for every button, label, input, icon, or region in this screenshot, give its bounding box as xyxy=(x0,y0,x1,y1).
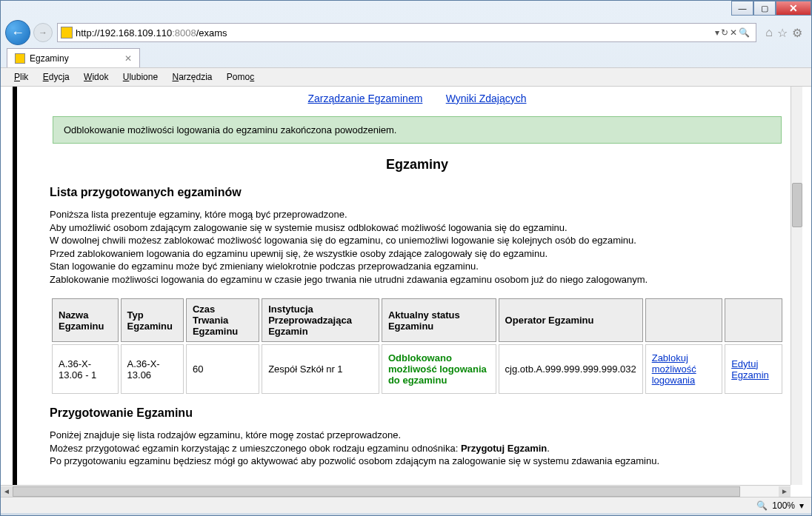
close-button[interactable]: ✕ xyxy=(776,1,811,16)
section-list-title: Lista przygotowanych egzaminów xyxy=(50,186,785,199)
menu-narzedzia[interactable]: Narzędzia xyxy=(166,70,218,84)
menu-pomoc[interactable]: Pomoc xyxy=(221,70,260,84)
menu-edycja[interactable]: Edycja xyxy=(37,70,76,84)
cell-operator: cjg.otb.A.999.999.999.999.032 xyxy=(499,344,643,394)
section-prep-title: Przygotowanie Egzaminu xyxy=(50,406,785,420)
th-institution: Instytucja Przeprowadzająca Egzamin xyxy=(262,298,379,342)
th-status: Aktualny status Egzaminu xyxy=(382,298,496,342)
browser-window: — ▢ ✕ ← → http://192.168.109.110:8008/ex… xyxy=(0,0,812,516)
exam-table: Nazwa Egzaminu Typ Egzaminu Czas Trwania… xyxy=(50,296,785,396)
hscroll-left-arrow[interactable]: ◄ xyxy=(1,486,13,497)
table-header-row: Nazwa Egzaminu Typ Egzaminu Czas Trwania… xyxy=(52,298,782,342)
home-icon[interactable]: ⌂ xyxy=(765,26,773,40)
url-controls: ▾ ↻ ✕ 🔍 xyxy=(712,27,753,38)
tab-egzaminy[interactable]: Egzaminy ✕ xyxy=(7,48,140,67)
prep-line-2c: . xyxy=(547,443,550,454)
prep-description: Poniżej znajduje się lista rodzajów egza… xyxy=(50,429,785,468)
link-block-login[interactable]: Zablokuj możliwość logowania xyxy=(652,352,696,386)
th-duration: Czas Trwania Egzaminu xyxy=(186,298,259,342)
desc-line-2: Aby umożliwić osobom zdającym zalogowani… xyxy=(50,222,568,233)
tab-title: Egzaminy xyxy=(30,53,69,64)
vertical-scrollbar[interactable] xyxy=(791,87,802,485)
status-text: Odblokowano możliwość logowania do egzam… xyxy=(388,352,487,386)
toolbar-icons: ⌂ ☆ ⚙ xyxy=(761,26,807,40)
cell-type: A.36-X-13.06 xyxy=(121,344,184,394)
list-description: Poniższa lista prezentuje egzaminy, któr… xyxy=(50,208,785,286)
hscroll-track[interactable] xyxy=(13,486,779,497)
cell-action-edit: Edytuj Egzamin xyxy=(725,344,782,394)
top-nav-links: Zarządzanie Egzaminem Wyniki Zdających xyxy=(50,93,785,104)
stop-icon[interactable]: ✕ xyxy=(730,27,737,38)
desc-line-3: W dowolnej chwili możesz zablokować możl… xyxy=(50,235,636,246)
cell-institution: Zespół Szkół nr 1 xyxy=(262,344,379,394)
th-operator: Operator Egzaminu xyxy=(499,298,643,342)
exam-table-wrap: Nazwa Egzaminu Typ Egzaminu Czas Trwania… xyxy=(50,296,785,396)
status-bar: 🔍 100% ▾ xyxy=(1,497,811,513)
desc-line-1: Poniższa lista prezentuje egzaminy, któr… xyxy=(50,209,347,220)
zoom-dropdown-icon[interactable]: ▾ xyxy=(799,500,804,511)
dropdown-icon[interactable]: ▾ xyxy=(715,27,719,38)
cell-status: Odblokowano możliwość logowania do egzam… xyxy=(382,344,496,394)
page-inner: Zarządzanie Egzaminem Wyniki Zdających O… xyxy=(29,87,811,484)
prep-line-1: Poniżej znajduje się lista rodzajów egza… xyxy=(50,429,401,440)
url-path: /exams xyxy=(196,27,227,38)
hscroll-thumb[interactable] xyxy=(13,486,740,497)
desc-line-4: Przed zablokowaniem logowania do egzamin… xyxy=(50,248,548,259)
back-button[interactable]: ← xyxy=(5,20,30,45)
content-wrapper: Zarządzanie Egzaminem Wyniki Zdających O… xyxy=(1,87,811,497)
link-wyniki[interactable]: Wyniki Zdających xyxy=(446,93,527,104)
prep-line-2a: Możesz przygotować egzamin korzystając z… xyxy=(50,443,461,454)
url-port: :8008 xyxy=(172,27,196,38)
maximize-button[interactable]: ▢ xyxy=(753,1,776,16)
left-border xyxy=(13,87,17,486)
page-title: Egzaminy xyxy=(50,157,785,172)
prep-line-2b: Przygotuj Egzamin xyxy=(461,443,547,454)
horizontal-scrollbar[interactable]: ◄ ► xyxy=(1,485,791,497)
th-action1 xyxy=(645,298,723,342)
url-text: http://192.168.109.110:8008/exams xyxy=(76,27,712,38)
success-alert: Odblokowanie możliwości logowania do egz… xyxy=(53,116,782,144)
address-bar[interactable]: http://192.168.109.110:8008/exams ▾ ↻ ✕ … xyxy=(57,23,756,42)
desc-line-5: Stan logowanie do egzaminu może być zmie… xyxy=(50,261,479,272)
tab-close-icon[interactable]: ✕ xyxy=(124,53,132,64)
menu-plik[interactable]: Plik xyxy=(8,70,34,84)
th-type: Typ Egzaminu xyxy=(121,298,184,342)
url-prefix: http:// xyxy=(76,27,100,38)
window-controls: — ▢ ✕ xyxy=(731,1,811,16)
minimize-button[interactable]: — xyxy=(731,1,753,16)
table-row: A.36-X-13.06 - 1 A.36-X-13.06 60 Zespół … xyxy=(52,344,782,394)
refresh-icon[interactable]: ↻ xyxy=(721,27,728,38)
page-content: Zarządzanie Egzaminem Wyniki Zdających O… xyxy=(1,87,811,486)
menu-widok[interactable]: Widok xyxy=(78,70,114,84)
link-edit-exam[interactable]: Edytuj Egzamin xyxy=(731,358,769,381)
forward-button[interactable]: → xyxy=(33,23,53,42)
nav-bar: ← → http://192.168.109.110:8008/exams ▾ … xyxy=(1,17,811,48)
cell-duration: 60 xyxy=(186,344,259,394)
url-host: 192.168.109.110 xyxy=(100,27,173,38)
hscroll-right-arrow[interactable]: ► xyxy=(779,486,791,497)
cell-action-block: Zablokuj możliwość logowania xyxy=(645,344,723,394)
link-zarzadzanie[interactable]: Zarządzanie Egzaminem xyxy=(308,93,423,104)
th-action2 xyxy=(725,298,782,342)
tabs-bar: Egzaminy ✕ xyxy=(1,48,811,67)
menu-ulubione[interactable]: Ulubione xyxy=(117,70,164,84)
cell-name: A.36-X-13.06 - 1 xyxy=(52,344,119,394)
vscroll-thumb[interactable] xyxy=(792,183,802,227)
favorites-icon[interactable]: ☆ xyxy=(777,26,788,40)
menu-bar: Plik Edycja Widok Ulubione Narzędzia Pom… xyxy=(1,67,811,87)
zoom-icon[interactable]: 🔍 xyxy=(756,500,768,511)
tab-favicon xyxy=(15,53,25,64)
search-icon[interactable]: 🔍 xyxy=(739,27,750,38)
prep-line-3: Po przygotowaniu egzaminu będziesz mógł … xyxy=(50,455,659,466)
tools-icon[interactable]: ⚙ xyxy=(792,26,802,40)
success-text: Odblokowanie możliwości logowania do egz… xyxy=(64,124,396,135)
desc-line-6: Zablokowanie możliwości logowania do egz… xyxy=(50,274,648,285)
zoom-level: 100% xyxy=(772,500,795,511)
site-icon xyxy=(61,27,73,38)
th-name: Nazwa Egzaminu xyxy=(52,298,119,342)
